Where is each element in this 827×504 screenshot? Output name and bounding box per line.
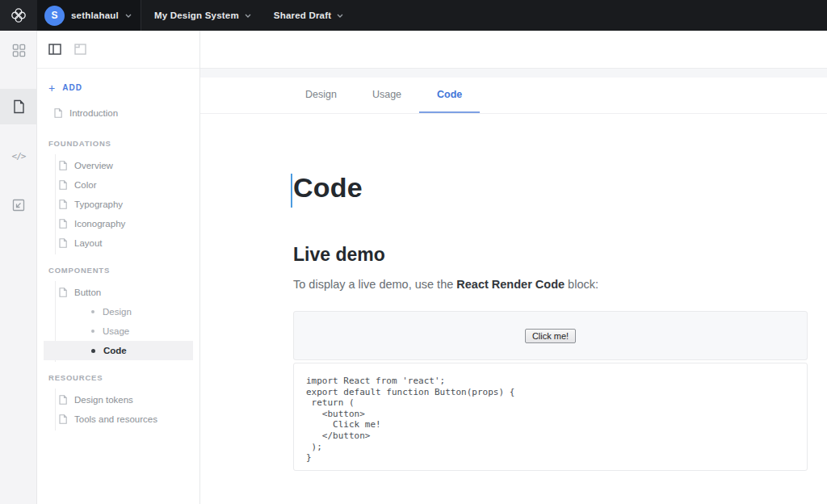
- sidebar-subitem-label: Code: [103, 346, 127, 355]
- sidebar-item-label: Introduction: [69, 108, 118, 118]
- sidebar-item-label: Overview: [74, 161, 113, 170]
- intro-paragraph[interactable]: To display a live demo, use the React Re…: [293, 278, 808, 291]
- code-line: export default function Button(props) {: [306, 387, 807, 398]
- main-area: Design Usage Code Code Live demo To disp…: [200, 31, 827, 504]
- demo-click-me-button[interactable]: Click me!: [525, 329, 576, 343]
- add-page-button[interactable]: + ADD: [37, 69, 199, 103]
- chevron-down-icon: [245, 14, 251, 18]
- tab-usage[interactable]: Usage: [355, 78, 419, 113]
- page-icon: [59, 180, 67, 190]
- code-line: }: [306, 452, 807, 464]
- toggle-sidebar-button[interactable]: [48, 44, 61, 55]
- section-title-foundations: FOUNDATIONS: [37, 128, 199, 154]
- workspace-menu[interactable]: My Design System: [143, 0, 262, 31]
- page-icon: [59, 219, 67, 229]
- sidebar-subitem-usage[interactable]: Usage: [56, 321, 199, 341]
- sidebar-subitem-code[interactable]: Code: [44, 341, 193, 360]
- sidebar-subitem-label: Usage: [103, 326, 129, 336]
- rail-import-button[interactable]: [0, 187, 37, 223]
- bullet-icon: [91, 349, 95, 353]
- live-demo-preview: Click me!: [293, 311, 808, 360]
- sidebar-item-label: Color: [74, 180, 96, 190]
- sidebar-item-button[interactable]: Button: [56, 283, 199, 302]
- code-block[interactable]: import React from 'react'; export defaul…: [293, 363, 808, 471]
- section-heading[interactable]: Live demo: [293, 244, 827, 266]
- section-group-resources: Design tokens Tools and resources: [55, 388, 199, 430]
- section-title-resources: RESOURCES: [37, 362, 199, 388]
- top-bar: S sethlahaul My Design System Shared Dra…: [0, 0, 827, 31]
- page-icon: [59, 395, 67, 405]
- code-line: <button>: [306, 409, 807, 420]
- new-tab-button[interactable]: [74, 44, 86, 55]
- bullet-icon: [91, 310, 94, 313]
- sidebar-item-label: Design tokens: [74, 395, 133, 405]
- text-cursor: [291, 174, 292, 208]
- code-line: </button>: [306, 430, 807, 442]
- workspace-name: My Design System: [154, 10, 239, 20]
- code-line: return (: [306, 397, 807, 409]
- sidebar-item-typography[interactable]: Typography: [56, 195, 199, 214]
- page-toolbar: [200, 31, 827, 68]
- sidebar-header: [37, 31, 199, 69]
- rail-code-button[interactable]: </>: [0, 138, 37, 174]
- page-divider-band: [200, 68, 827, 78]
- sidebar-item-tools-and-resources[interactable]: Tools and resources: [56, 410, 199, 429]
- sidebar-subitem-label: Design: [103, 307, 132, 317]
- section-title-components: COMPONENTS: [37, 254, 199, 281]
- sidebar-item-introduction[interactable]: Introduction: [37, 103, 199, 123]
- chevron-down-icon: [337, 14, 343, 18]
- sidebar-item-color[interactable]: Color: [56, 175, 199, 195]
- browser-tab-icon: [74, 44, 86, 55]
- page-icon: [59, 161, 67, 170]
- tab-code[interactable]: Code: [419, 78, 480, 113]
- chevron-down-icon: [125, 14, 132, 18]
- document-icon: [12, 99, 25, 114]
- sidebar-item-label: Typography: [74, 200, 123, 209]
- sidebar-item-label: Iconography: [74, 219, 125, 229]
- code-brackets-icon: </>: [12, 151, 26, 162]
- paragraph-suffix: block:: [565, 278, 598, 291]
- add-label: ADD: [62, 83, 82, 92]
- paragraph-bold: React Render Code: [456, 278, 565, 291]
- bullet-icon: [91, 330, 94, 333]
- clover-logo-icon: [10, 6, 27, 24]
- page-icon: [59, 414, 67, 424]
- sidebar-item-design-tokens[interactable]: Design tokens: [56, 390, 199, 410]
- sidebar-subitem-design[interactable]: Design: [56, 302, 199, 321]
- icon-rail: </>: [0, 31, 37, 504]
- section-group-foundations: Overview Color Typography Iconography La…: [55, 154, 199, 254]
- sidebar-item-label: Tools and resources: [74, 414, 157, 424]
- grid-icon: [12, 44, 26, 57]
- page-title[interactable]: Code: [293, 172, 808, 204]
- code-line: import React from 'react';: [306, 376, 807, 387]
- page-icon: [54, 108, 62, 118]
- code-line: );: [306, 442, 807, 453]
- app-logo-button[interactable]: [0, 0, 37, 31]
- sidebar-item-layout[interactable]: Layout: [56, 233, 199, 253]
- import-box-icon: [12, 199, 25, 212]
- user-name: sethlahaul: [71, 10, 119, 20]
- avatar: S: [44, 6, 65, 26]
- paragraph-prefix: To display a live demo, use the: [293, 278, 456, 291]
- sidebar-item-label: Button: [74, 288, 101, 297]
- page-content: Code Live demo To display a live demo, u…: [200, 172, 827, 471]
- sidebar-item-overview[interactable]: Overview: [56, 156, 199, 175]
- page-tabs: Design Usage Code: [200, 78, 827, 114]
- sidebar-panel-icon: [48, 44, 61, 55]
- sidebar-item-iconography[interactable]: Iconography: [56, 214, 199, 233]
- page-icon: [59, 200, 67, 209]
- code-line: Click me!: [306, 419, 807, 430]
- section-group-components: Button Design Usage Code: [55, 281, 199, 362]
- sidebar-item-label: Layout: [74, 238, 103, 248]
- doc-state: Shared Draft: [274, 10, 331, 20]
- plus-icon: +: [48, 84, 56, 92]
- doc-state-menu[interactable]: Shared Draft: [262, 0, 355, 31]
- sidebar: + ADD Introduction FOUNDATIONS Overview …: [37, 31, 200, 504]
- tab-design[interactable]: Design: [288, 78, 355, 113]
- rail-dashboard-button[interactable]: [0, 32, 37, 68]
- page-icon: [59, 288, 67, 297]
- rail-pages-button[interactable]: [0, 89, 37, 124]
- user-menu[interactable]: S sethlahaul: [37, 0, 141, 31]
- page-icon: [59, 238, 67, 248]
